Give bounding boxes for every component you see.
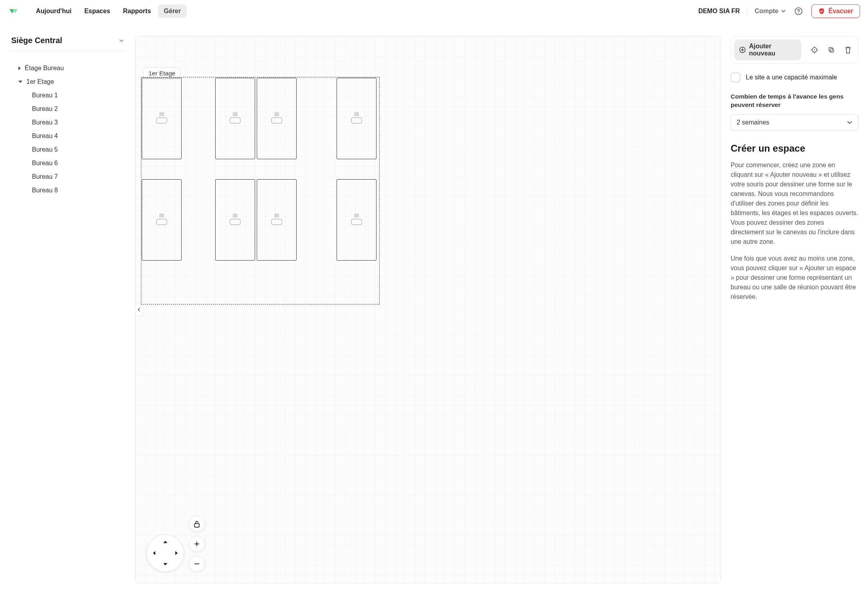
- chevron-down-icon: [847, 120, 852, 125]
- nav-today[interactable]: Aujourd'hui: [30, 4, 77, 18]
- desk-shape[interactable]: [142, 78, 182, 159]
- tree-item-desk[interactable]: Bureau 6: [10, 156, 125, 170]
- plus-icon: [194, 541, 200, 547]
- zoom-in-button[interactable]: [189, 536, 205, 552]
- advance-booking-select[interactable]: 2 semaines: [731, 114, 858, 131]
- seat-icon: [351, 112, 363, 124]
- create-space-p1: Pour commencer, créez une zone en cliqua…: [731, 160, 858, 247]
- create-space-p2: Une fois que vous avez au moins une zone…: [731, 254, 858, 302]
- app-logo[interactable]: [8, 6, 19, 17]
- seat-icon: [229, 213, 241, 225]
- create-space-title: Créer un espace: [731, 143, 858, 154]
- pan-right-button[interactable]: [172, 548, 181, 558]
- nav-spaces[interactable]: Espaces: [79, 4, 116, 18]
- help-icon[interactable]: [793, 6, 804, 17]
- caret-right-icon: [18, 66, 21, 70]
- pan-left-button[interactable]: [149, 548, 159, 558]
- svg-rect-6: [830, 49, 834, 52]
- svg-point-1: [798, 12, 799, 13]
- crosshair-icon: [811, 46, 818, 54]
- max-capacity-label: Le site a une capacité maximale: [746, 74, 837, 81]
- desk-shape[interactable]: [337, 78, 377, 159]
- account-menu[interactable]: Compte: [755, 8, 786, 15]
- tree-item-floor-1[interactable]: 1er Etage: [10, 75, 125, 89]
- nav-reports[interactable]: Rapports: [117, 4, 157, 18]
- tree-item-desk[interactable]: Bureau 7: [10, 170, 125, 184]
- evacuate-button[interactable]: Évacuer: [811, 4, 860, 18]
- tree-label: Étage Bureau: [25, 65, 64, 72]
- tree-item-desk[interactable]: Bureau 2: [10, 102, 125, 116]
- desk-shape[interactable]: [257, 78, 297, 159]
- chevron-down-icon: [119, 38, 124, 43]
- properties-panel: Ajouter nouveau: [731, 36, 858, 583]
- primary-nav: Aujourd'hui Espaces Rapports Gérer: [30, 4, 186, 18]
- tree-item-desk[interactable]: Bureau 3: [10, 116, 125, 129]
- seat-icon: [271, 112, 283, 124]
- lock-toggle-button[interactable]: [189, 516, 205, 532]
- seat-icon: [351, 213, 363, 225]
- seat-icon: [156, 112, 168, 124]
- max-capacity-checkbox[interactable]: [731, 73, 740, 82]
- site-selector[interactable]: Siège Central: [10, 36, 125, 51]
- desk-shape[interactable]: [142, 179, 182, 261]
- caret-down-icon: [18, 81, 22, 83]
- zoom-controls: [189, 516, 205, 572]
- copy-icon: [828, 46, 835, 53]
- duplicate-button[interactable]: [824, 43, 838, 57]
- tree-label: 1er Etage: [26, 78, 54, 85]
- advance-booking-label: Combien de temps à l'avance les gens peu…: [731, 93, 858, 109]
- desk-shape[interactable]: [215, 179, 255, 261]
- delete-button[interactable]: [841, 43, 855, 57]
- sidebar: Siège Central Étage Bureau 1er Etage Bur…: [10, 36, 125, 583]
- max-capacity-row: Le site a une capacité maximale: [731, 73, 858, 82]
- svg-rect-7: [829, 47, 832, 51]
- seat-icon: [156, 213, 168, 225]
- tree-item-desk[interactable]: Bureau 5: [10, 143, 125, 156]
- svg-rect-2: [194, 524, 199, 527]
- seat-icon: [229, 112, 241, 124]
- org-name: DEMO SIA FR: [698, 8, 740, 15]
- trash-icon: [844, 46, 852, 54]
- panel-toolbar: Ajouter nouveau: [731, 36, 858, 64]
- shield-check-icon: [818, 8, 825, 15]
- recenter-button[interactable]: [808, 43, 821, 57]
- seat-icon: [271, 213, 283, 225]
- svg-point-5: [814, 49, 815, 51]
- chevron-left-icon: [137, 308, 141, 312]
- nav-manage[interactable]: Gérer: [158, 4, 186, 18]
- tree-item-desk[interactable]: Bureau 8: [10, 184, 125, 197]
- pan-down-button[interactable]: [161, 559, 170, 569]
- desk-shape[interactable]: [215, 78, 255, 159]
- plus-circle-icon: [739, 46, 746, 53]
- account-label: Compte: [755, 8, 779, 15]
- pan-up-button[interactable]: [161, 537, 170, 547]
- add-new-button[interactable]: Ajouter nouveau: [734, 40, 801, 60]
- space-tree: Étage Bureau 1er Etage Bureau 1 Bureau 2…: [10, 61, 125, 197]
- desk-shape[interactable]: [257, 179, 297, 261]
- topbar-right: DEMO SIA FR Compte Évacuer: [698, 4, 860, 18]
- divider: [747, 7, 747, 15]
- tree-item-desk[interactable]: Bureau 1: [10, 89, 125, 102]
- collapse-sidebar-handle[interactable]: [135, 302, 143, 317]
- zoom-out-button[interactable]: [189, 556, 205, 572]
- tree-item-desk[interactable]: Bureau 4: [10, 129, 125, 143]
- topbar: Aujourd'hui Espaces Rapports Gérer DEMO …: [0, 0, 868, 22]
- minus-icon: [194, 561, 200, 567]
- floorplan-canvas[interactable]: 1er Etage: [135, 36, 721, 583]
- unlock-icon: [194, 520, 200, 528]
- pan-control: [147, 534, 184, 572]
- chevron-down-icon: [781, 9, 786, 14]
- desk-shape[interactable]: [337, 179, 377, 261]
- tree-item-floor-office[interactable]: Étage Bureau: [10, 61, 125, 75]
- advance-booking-value: 2 semaines: [737, 119, 769, 126]
- evacuate-label: Évacuer: [828, 8, 853, 15]
- site-name: Siège Central: [11, 36, 62, 45]
- add-new-label: Ajouter nouveau: [749, 43, 797, 57]
